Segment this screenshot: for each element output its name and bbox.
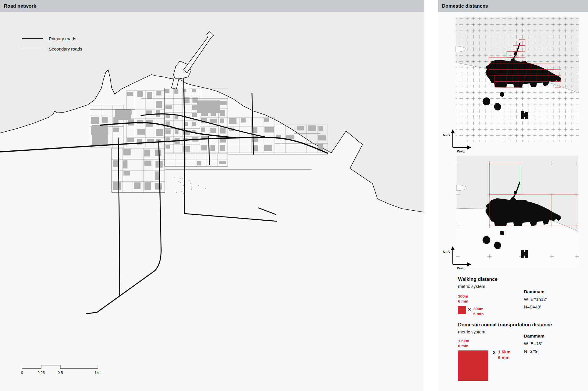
- walking-system: metric system: [458, 284, 485, 289]
- animal-cell-time: 6 min: [498, 355, 510, 360]
- map-300m: [456, 17, 579, 142]
- compass-bottom-we-label: W–E: [457, 266, 465, 270]
- walking-multiply: X: [468, 307, 471, 312]
- left-panel-title: Road network: [0, 3, 36, 9]
- map-16km: [456, 156, 579, 267]
- right-panel-header: Domestic distances: [438, 0, 588, 12]
- right-panel-title: Domestic distances: [438, 3, 488, 9]
- animal-title: Domestic animal transportation distance: [458, 322, 552, 328]
- animal-extent-we: W–E=13’: [524, 341, 542, 346]
- scale-tick-025: 0.25: [38, 371, 45, 375]
- legend-primary-label: Primary roads: [49, 36, 76, 41]
- atlas-plate: Road network Domestic distances Primary …: [0, 0, 588, 391]
- animal-extent-ns: N–S=9’: [524, 349, 539, 354]
- legend-secondary-label: Secondary roads: [49, 46, 82, 51]
- walking-cell-time: 6 min: [473, 311, 484, 316]
- walking-cell-swatch: [458, 306, 466, 314]
- compass-top-ns-label: N–S: [443, 133, 450, 137]
- compass-top-we-label: W–E: [457, 149, 465, 153]
- animal-multiply: X: [493, 350, 496, 355]
- walking-extent-ns: N–S=48’: [524, 304, 541, 309]
- left-panel-header: Road network: [0, 0, 424, 12]
- animal-cell-distance: 1.6km: [498, 349, 511, 354]
- animal-city: Dammam: [524, 333, 544, 339]
- scale-tick-1km: 1km: [94, 371, 101, 375]
- walking-extent-we: W–E=1h12’: [524, 297, 547, 302]
- walking-unit-distance: 300m: [458, 294, 468, 299]
- scale-tick-05: 0.5: [58, 371, 63, 375]
- walking-cell-distance: 300m: [473, 306, 484, 311]
- animal-system: metric system: [458, 329, 485, 334]
- walking-unit-time: 6 min: [458, 299, 468, 304]
- compass-bottom-ns-label: N–S: [443, 250, 450, 254]
- walking-title: Walking distance: [458, 276, 497, 282]
- animal-unit-time: 6 min: [458, 343, 468, 348]
- animal-unit-distance: 1.6km: [458, 338, 469, 343]
- animal-cell-swatch: [458, 350, 488, 381]
- scale-tick-0: 0: [21, 371, 23, 375]
- road-network-map: [0, 0, 424, 391]
- walking-city: Dammam: [524, 289, 544, 294]
